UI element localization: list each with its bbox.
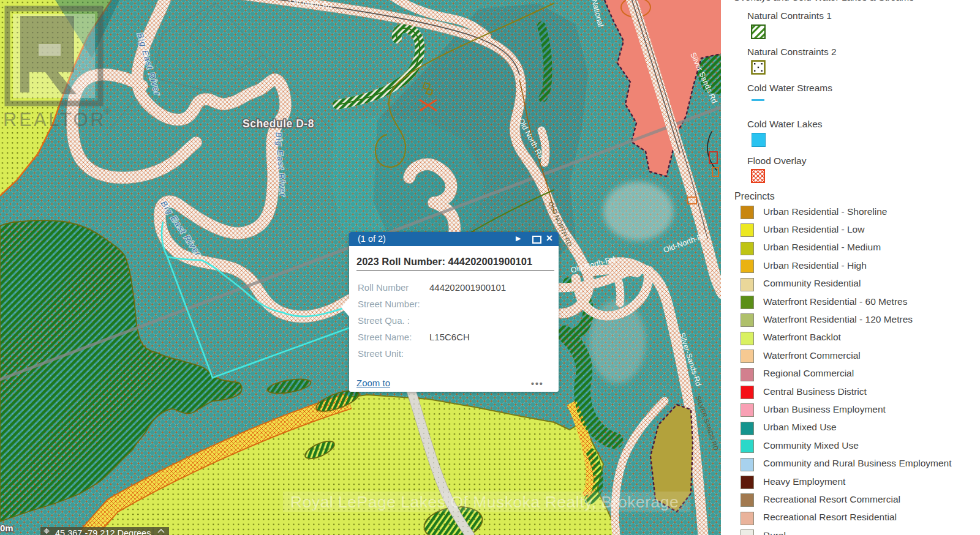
svg-text:®: ®	[104, 107, 110, 116]
svg-text:Schedule D-8: Schedule D-8	[243, 118, 314, 130]
svg-text:Royal LePage Lakes Of Muskoka: Royal LePage Lakes Of Muskoka Realty, Br…	[290, 493, 679, 511]
svg-text:0m: 0m	[0, 523, 13, 533]
svg-text:45.367 -79.212 Degrees: 45.367 -79.212 Degrees	[55, 528, 151, 535]
svg-text:REALTOR: REALTOR	[3, 109, 106, 130]
